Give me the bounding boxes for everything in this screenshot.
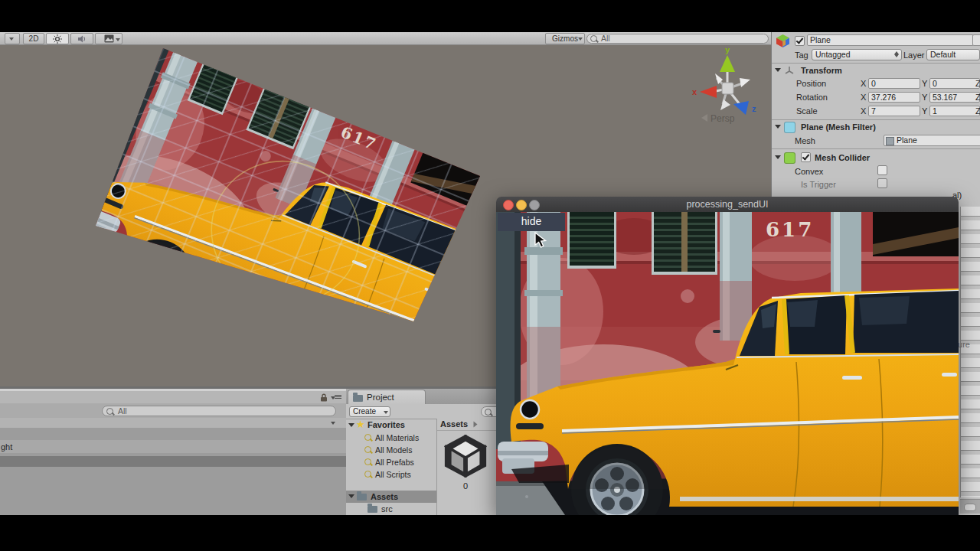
y-axis-label: Y	[922, 79, 927, 88]
inspector-fields-sliver	[960, 207, 980, 497]
create-button[interactable]: Create	[349, 406, 390, 417]
asset-name-label: 0	[442, 481, 489, 491]
panel-menu-icon[interactable]	[331, 394, 341, 401]
tag-value: Untagged	[815, 50, 851, 59]
mesh-filter-title: Plane (Mesh Filter)	[801, 122, 876, 132]
create-label: Create	[353, 407, 376, 416]
mesh-value-field[interactable]: Plane	[884, 135, 980, 146]
rotation-x-field[interactable]: 37.276	[868, 92, 920, 103]
close-button[interactable]	[503, 200, 514, 210]
tree-item-assets[interactable]: Assets	[346, 491, 436, 503]
perspective-toggle[interactable]: Persp	[701, 113, 755, 126]
panel-menu-icon[interactable]	[331, 419, 341, 426]
tree-item-label: All Materials	[375, 433, 419, 442]
gizmos-label: Gizmos	[552, 34, 578, 43]
y-axis-label: Y	[922, 93, 927, 102]
mesh-collider-title: Mesh Collider	[815, 153, 870, 162]
tree-item-label: All Models	[375, 445, 412, 455]
tab-project[interactable]: Project	[348, 390, 426, 405]
gizmo-x-cone[interactable]	[700, 86, 717, 98]
scene-orientation-gizmo[interactable]: y x z	[688, 46, 767, 116]
gizmos-dropdown[interactable]: Gizmos	[545, 33, 585, 44]
tag-dropdown[interactable]: Untagged	[812, 49, 902, 60]
z-axis-label: Z	[975, 93, 980, 102]
window-title: processing_sendUI	[686, 199, 768, 210]
scale-x-field[interactable]: 7	[868, 106, 920, 116]
hide-button[interactable]: hide	[498, 213, 565, 231]
gizmo-y-label: y	[725, 46, 730, 54]
inspector-scrollbar-track[interactable]	[960, 499, 980, 514]
transform-foldout[interactable]	[775, 68, 781, 72]
scene-search-value: All	[601, 34, 610, 43]
favorites-foldout[interactable]	[348, 423, 354, 427]
search-icon	[590, 35, 597, 42]
mesh-filter-icon	[784, 122, 795, 133]
console-toolbar	[0, 391, 346, 404]
tree-item-label: All Prefabs	[375, 458, 414, 467]
rotation-y-field[interactable]: 53.167	[929, 92, 980, 103]
project-content: Assets 0	[437, 419, 496, 515]
tree-item-src[interactable]: src	[346, 503, 436, 515]
mesh-collider-foldout[interactable]	[775, 155, 781, 159]
src-label: src	[381, 504, 393, 514]
position-y-field[interactable]: 0	[929, 78, 980, 89]
gizmo-y-cone[interactable]	[720, 55, 735, 72]
asset-item[interactable]: 0	[442, 432, 492, 509]
convex-checkbox[interactable]	[877, 165, 887, 175]
console-row-light[interactable]: ght	[0, 440, 346, 453]
lock-icon[interactable]	[320, 393, 328, 402]
active-checkbox[interactable]	[795, 36, 805, 46]
window-titlebar[interactable]: processing_sendUI	[496, 197, 959, 212]
is-trigger-label: Is Trigger	[801, 180, 836, 189]
breadcrumb[interactable]: Assets	[437, 419, 496, 431]
scene-toolbar: 2D Gizmos All	[0, 32, 771, 45]
position-x-field[interactable]: 0	[868, 78, 920, 89]
sketch-canvas[interactable]	[496, 212, 959, 515]
tree-item-all-prefabs[interactable]: All Prefabs	[346, 456, 436, 468]
chevron-down-icon	[9, 37, 14, 41]
chevron-down-icon	[578, 37, 583, 41]
minimize-button[interactable]	[516, 200, 527, 210]
scene-search-input[interactable]: All	[586, 34, 769, 44]
mesh-collider-icon	[784, 152, 795, 164]
speaker-icon	[77, 34, 87, 44]
assets-foldout[interactable]	[348, 494, 354, 498]
tree-item-all-models[interactable]: All Models	[346, 444, 436, 456]
tree-item-all-materials[interactable]: All Materials	[346, 432, 436, 444]
shaded-dropdown-partial[interactable]	[5, 33, 20, 44]
audio-toggle-button[interactable]	[70, 33, 93, 44]
console-row-selected[interactable]	[0, 456, 346, 467]
transform-icon	[784, 65, 795, 76]
transform-title: Transform	[801, 66, 842, 75]
search-query-icon	[364, 458, 371, 465]
scrollbar-thumb[interactable]	[964, 504, 976, 511]
static-button-partial[interactable]	[972, 34, 980, 46]
mesh-collider-enabled-checkbox[interactable]	[801, 152, 811, 162]
scale-y-field[interactable]: 1	[929, 106, 980, 116]
toggle-2d-button[interactable]: 2D	[23, 33, 44, 44]
mesh-filter-foldout[interactable]	[775, 125, 781, 129]
mouse-cursor	[534, 232, 547, 249]
zoom-button[interactable]	[529, 200, 540, 210]
star-icon: ★	[356, 419, 365, 430]
object-name-field[interactable]: Plane	[807, 34, 974, 46]
mesh-value: Plane	[897, 135, 917, 145]
chevron-down-icon	[384, 411, 388, 414]
mesh-thumb-icon	[886, 137, 894, 145]
is-trigger-checkbox[interactable]	[877, 178, 887, 188]
y-axis-label: Y	[922, 106, 927, 116]
tab-strip: Project	[346, 389, 496, 405]
persp-label: Persp	[710, 113, 734, 124]
search-query-icon	[364, 446, 371, 453]
chevron-down-icon	[116, 38, 120, 41]
breadcrumb-label: Assets	[440, 419, 468, 429]
layer-dropdown[interactable]: Default	[926, 49, 980, 60]
tree-item-all-scripts[interactable]: All Scripts	[346, 468, 436, 481]
lighting-toggle-button[interactable]	[46, 33, 69, 44]
effects-toggle-button[interactable]	[95, 33, 122, 44]
mesh-label: Mesh	[795, 136, 815, 145]
favorites-label: Favorites	[368, 420, 405, 429]
x-axis-label: X	[861, 106, 866, 116]
processing-window[interactable]: processing_sendUI hide	[496, 197, 959, 515]
console-search-input[interactable]: All	[102, 406, 336, 416]
